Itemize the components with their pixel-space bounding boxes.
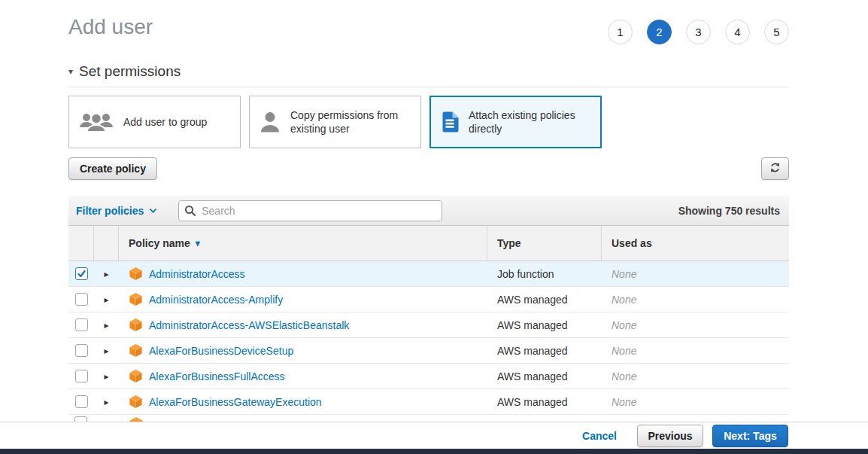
expand-row-icon[interactable]: ▸ [104,320,108,331]
card-label: Attach existing policies directly [469,108,581,136]
policy-used-as: None [602,268,789,280]
filter-bar: Filter policies Showing 750 results [68,196,789,226]
create-policy-button[interactable]: Create policy [68,157,157,180]
policy-cube-icon [129,369,143,383]
expand-row-icon[interactable]: ▸ [104,397,108,407]
table-row[interactable]: ▸ AdministratorAccess-AWSElasticBeanstal… [68,312,789,338]
refresh-button[interactable] [761,157,789,180]
user-icon [259,111,281,133]
policy-type: AWS managed [487,370,602,382]
row-checkbox[interactable] [75,395,88,408]
filter-policies-dropdown[interactable]: Filter policies [76,205,157,217]
policy-name-link[interactable]: AlexaForBusinessFullAccess [149,370,285,382]
footer-dark-bar [0,449,868,454]
card-label: Copy permissions from existing user [290,108,403,136]
column-header-policy-name[interactable]: Policy name ▾ [119,226,487,261]
policy-type: Job function [487,268,602,280]
step-3: 3 [686,20,711,44]
policy-name-link[interactable]: AlexaForBusinessDeviceSetup [149,345,293,357]
sort-descending-icon: ▾ [196,238,200,248]
card-attach-existing-policies[interactable]: Attach existing policies directly [429,96,602,148]
card-label: Add user to group [123,115,207,129]
policy-cube-icon [129,318,143,332]
policy-type: AWS managed [487,345,602,357]
header-expand-column [94,226,119,261]
search-icon [184,205,196,220]
card-add-user-to-group[interactable]: Add user to group [68,96,241,148]
wizard-footer: Cancel Previous Next: Tags [0,422,868,454]
collapse-caret-icon: ▾ [68,66,73,77]
user-group-icon [79,111,114,133]
permission-option-cards: Add user to group Copy permissions from … [68,96,789,148]
policy-used-as: None [602,294,789,306]
header-checkbox-column [68,226,94,261]
table-row[interactable]: ▸ AlexaForBusinessGatewayExecution AWS m… [68,389,789,415]
expand-row-icon[interactable]: ▸ [104,346,108,356]
policy-type: AWS managed [487,396,602,408]
next-tags-button[interactable]: Next: Tags [712,425,788,447]
column-header-used-as[interactable]: Used as [602,226,789,261]
page-header: Add user 12345 [68,0,789,39]
row-checkbox[interactable] [75,267,88,280]
policy-used-as: None [602,345,789,357]
table-row[interactable]: ▸ AlexaForBusinessDeviceSetup AWS manage… [68,338,789,364]
policy-type: AWS managed [487,319,602,331]
policy-used-as: None [602,370,789,382]
previous-button[interactable]: Previous [637,425,703,447]
results-count: Showing 750 results [678,205,780,217]
policy-used-as: None [602,396,789,408]
section-title: Set permissions [79,63,181,80]
policy-name-link[interactable]: AdministratorAccess-AWSElasticBeanstalk [149,319,349,331]
policy-document-icon [441,111,459,133]
table-row[interactable]: ▸ AdministratorAccess-Amplify AWS manage… [68,287,789,312]
step-4: 4 [725,20,750,44]
filter-policies-label: Filter policies [76,205,144,217]
step-2: 2 [647,20,672,44]
row-checkbox[interactable] [75,293,88,306]
card-copy-permissions[interactable]: Copy permissions from existing user [249,96,421,148]
policy-cube-icon [129,267,143,281]
add-user-page: Add user 12345 ▾ Set permissions [0,0,868,454]
column-header-type[interactable]: Type [487,226,602,261]
policy-cube-icon [129,416,144,422]
section-header-set-permissions[interactable]: ▾ Set permissions [68,63,789,87]
policy-search [178,200,442,221]
row-checkbox[interactable] [75,370,88,382]
policy-table-body: ▸ AdministratorAccess Job function None [68,261,789,415]
expand-row-icon[interactable]: ▸ [104,371,108,382]
policy-toolbar: Create policy [68,157,789,180]
expand-row-icon[interactable]: ▸ [104,294,108,305]
cancel-button[interactable]: Cancel [582,430,617,442]
table-row[interactable]: ▸ AlexaForBusinessFullAccess AWS managed… [68,364,789,389]
policy-cube-icon [129,343,143,358]
row-checkbox[interactable] [74,416,87,422]
step-5: 5 [764,20,789,44]
row-checkbox[interactable] [75,318,88,331]
policy-type: AWS managed [487,294,602,306]
search-input[interactable] [178,200,442,221]
partial-policy-row [68,415,789,422]
step-indicator: 12345 [608,20,789,44]
policy-name-link[interactable]: AlexaForBusinessGatewayExecution [149,396,322,408]
step-1: 1 [608,20,633,44]
expand-row-icon[interactable]: ▸ [104,269,108,279]
refresh-icon [769,162,781,175]
row-checkbox[interactable] [75,344,88,357]
policy-name-link[interactable]: AdministratorAccess [149,268,245,280]
policy-used-as: None [602,319,789,331]
policy-cube-icon [129,292,143,306]
policy-cube-icon [129,395,143,409]
policy-name-link[interactable]: AdministratorAccess-Amplify [149,294,283,306]
policy-table-header: Policy name ▾ Type Used as [68,226,789,261]
table-row[interactable]: ▸ AdministratorAccess Job function None [68,261,789,287]
chevron-down-icon [149,208,157,214]
